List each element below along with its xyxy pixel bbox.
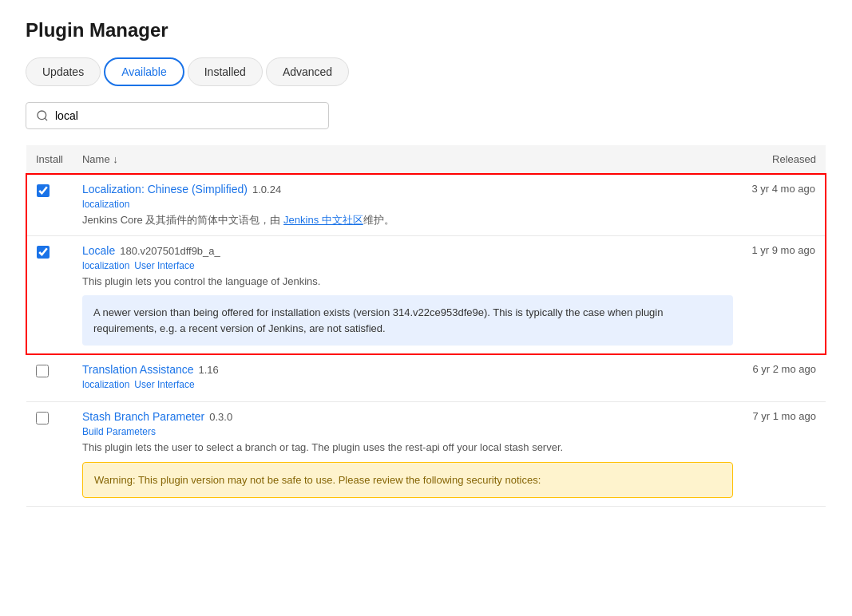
checkbox-cell bbox=[26, 354, 73, 402]
jenkins-community-link[interactable]: Jenkins 中文社区 bbox=[283, 214, 363, 226]
tab-advanced[interactable]: Advanced bbox=[266, 57, 349, 86]
plugin-row: Localization: Chinese (Simplified)1.0.24… bbox=[26, 174, 826, 236]
plugin-tag[interactable]: localization bbox=[82, 199, 129, 210]
plugin-name: Stash Branch Parameter0.3.0 bbox=[82, 410, 733, 423]
plugin-tags: Build Parameters bbox=[82, 426, 733, 437]
search-input[interactable] bbox=[55, 109, 319, 122]
plugin-notice: A newer version than being offered for i… bbox=[82, 295, 733, 346]
plugin-info-cell: Stash Branch Parameter0.3.0Build Paramet… bbox=[73, 402, 743, 507]
plugin-notice: Warning: This plugin version may not be … bbox=[82, 462, 733, 499]
plugin-tag[interactable]: User Interface bbox=[134, 379, 194, 390]
plugin-released: 3 yr 4 mo ago bbox=[743, 174, 826, 236]
plugin-row: Translation Assistance1.16localizationUs… bbox=[26, 354, 826, 402]
plugin-tag[interactable]: User Interface bbox=[134, 260, 194, 271]
plugin-row: Locale180.v207501dff9b_a_localizationUse… bbox=[26, 236, 826, 355]
plugin-version: 0.3.0 bbox=[209, 411, 232, 423]
plugin-tag[interactable]: localization bbox=[82, 260, 129, 271]
plugin-version: 1.16 bbox=[199, 364, 219, 376]
plugin-name-link[interactable]: Translation Assistance bbox=[82, 363, 194, 376]
tabs-container: Updates Available Installed Advanced bbox=[26, 57, 826, 86]
plugin-tag[interactable]: Build Parameters bbox=[82, 426, 156, 437]
checkbox-cell bbox=[26, 174, 73, 236]
plugin-description: Jenkins Core 及其插件的简体中文语包，由 Jenkins 中文社区维… bbox=[82, 213, 733, 227]
plugin-tags: localizationUser Interface bbox=[82, 379, 733, 390]
svg-point-0 bbox=[38, 111, 46, 120]
plugin-info-cell: Locale180.v207501dff9b_a_localizationUse… bbox=[73, 236, 743, 355]
plugin-info-cell: Localization: Chinese (Simplified)1.0.24… bbox=[73, 174, 743, 236]
page-container: Plugin Manager Updates Available Install… bbox=[0, 0, 852, 526]
plugin-released: 7 yr 1 mo ago bbox=[743, 402, 826, 507]
plugin-checkbox[interactable] bbox=[36, 412, 49, 424]
tab-installed[interactable]: Installed bbox=[188, 57, 263, 86]
plugin-description: This plugin lets the user to select a br… bbox=[82, 440, 733, 455]
page-title: Plugin Manager bbox=[26, 19, 826, 41]
plugin-name: Locale180.v207501dff9b_a_ bbox=[82, 244, 733, 257]
checkbox-cell bbox=[26, 402, 73, 507]
svg-line-1 bbox=[45, 118, 47, 120]
search-icon bbox=[36, 109, 49, 122]
tab-available[interactable]: Available bbox=[104, 57, 184, 86]
table-header: Install Name ↓ Released bbox=[26, 145, 826, 174]
search-container bbox=[26, 102, 826, 129]
plugin-name: Translation Assistance1.16 bbox=[82, 363, 733, 376]
plugins-table: Install Name ↓ Released Localization: Ch… bbox=[26, 145, 826, 507]
plugin-name-link[interactable]: Stash Branch Parameter bbox=[82, 410, 204, 423]
plugin-released: 6 yr 2 mo ago bbox=[743, 354, 826, 402]
plugin-tag[interactable]: localization bbox=[82, 379, 129, 390]
plugin-released: 1 yr 9 mo ago bbox=[743, 236, 826, 355]
plugin-tags: localization bbox=[82, 199, 733, 210]
plugin-version: 180.v207501dff9b_a_ bbox=[120, 245, 220, 257]
header-released: Released bbox=[743, 145, 826, 174]
plugin-name-link[interactable]: Localization: Chinese (Simplified) bbox=[82, 183, 248, 195]
plugin-name-link[interactable]: Locale bbox=[82, 244, 115, 257]
plugin-tags: localizationUser Interface bbox=[82, 260, 733, 271]
plugin-checkbox[interactable] bbox=[36, 365, 49, 377]
checkbox-cell bbox=[26, 236, 73, 355]
header-install: Install bbox=[26, 145, 73, 174]
plugin-checkbox[interactable] bbox=[37, 184, 50, 197]
plugin-name: Localization: Chinese (Simplified)1.0.24 bbox=[82, 183, 733, 195]
header-name: Name ↓ bbox=[73, 145, 743, 174]
plugin-version: 1.0.24 bbox=[252, 184, 281, 195]
plugin-description: This plugin lets you control the languag… bbox=[82, 274, 733, 289]
plugin-info-cell: Translation Assistance1.16localizationUs… bbox=[73, 354, 743, 402]
plugins-list: Localization: Chinese (Simplified)1.0.24… bbox=[26, 174, 826, 507]
search-box bbox=[26, 102, 329, 129]
plugin-checkbox[interactable] bbox=[37, 246, 50, 259]
plugin-row: Stash Branch Parameter0.3.0Build Paramet… bbox=[26, 402, 826, 507]
tab-updates[interactable]: Updates bbox=[26, 57, 101, 86]
